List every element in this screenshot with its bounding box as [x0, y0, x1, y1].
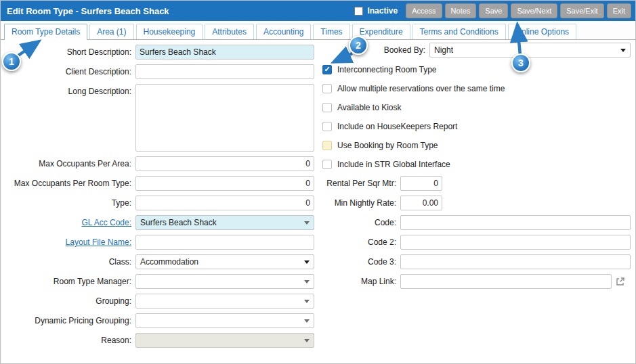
inactive-label: Inactive [367, 6, 398, 16]
min-nightly-rate-label: Min Nightly Rate: [319, 196, 400, 210]
tabstrip: Room Type Details Area (1) Housekeeping … [1, 21, 635, 40]
class-value: Accommodation [140, 257, 198, 267]
code3-label: Code 3: [319, 254, 400, 269]
save-next-button[interactable]: Save/Next [511, 3, 557, 18]
available-to-kiosk-label: Available to Kiosk [337, 103, 402, 112]
window-title: Edit Room Type - Surfers Beach Shack [7, 6, 169, 16]
multiple-reservations-row[interactable]: ✓ Allow multiple reservations over the s… [319, 83, 636, 93]
grouping-select[interactable] [135, 294, 314, 309]
callout-2: 2 [349, 36, 368, 55]
chevron-down-icon [620, 49, 626, 52]
tab-attributes[interactable]: Attributes [205, 24, 254, 39]
multiple-reservations-label: Allow multiple reservations over the sam… [337, 84, 505, 93]
dynamic-pricing-grouping-label: Dynamic Pricing Grouping: [1, 313, 135, 328]
reason-select[interactable] [135, 333, 314, 348]
type-input[interactable] [135, 196, 314, 210]
callout-1: 1 [2, 52, 21, 71]
housekeepers-report-checkbox[interactable]: ✓ [322, 122, 332, 131]
tab-online-options[interactable]: Online Options [508, 24, 576, 39]
chevron-down-icon [304, 260, 310, 264]
booked-by-select[interactable]: Night [429, 43, 631, 58]
available-to-kiosk-row[interactable]: ✓ Available to Kiosk [319, 102, 636, 112]
long-description-label: Long Description: [1, 84, 135, 99]
save-exit-button[interactable]: Save/Exit [560, 3, 603, 18]
code-label: Code: [319, 215, 400, 230]
short-description-input[interactable] [135, 45, 314, 60]
class-select[interactable]: Accommodation [135, 254, 314, 269]
rental-per-sqr-mtr-input[interactable] [400, 176, 442, 191]
code-input[interactable] [400, 215, 631, 230]
gl-acc-code-link[interactable]: GL Acc Code: [81, 218, 131, 227]
chevron-down-icon [304, 221, 310, 225]
interconnecting-room-type-checkbox[interactable]: ✓ [322, 65, 332, 74]
booking-by-room-type-checkbox[interactable]: ✓ [322, 141, 332, 150]
max-occupants-per-area-input[interactable] [135, 156, 314, 171]
str-global-interface-label: Include in STR Global Interface [337, 160, 450, 169]
booking-by-room-type-label: Use Booking by Room Type [337, 141, 438, 150]
reason-label: Reason: [1, 333, 135, 348]
external-link-icon[interactable] [616, 277, 625, 286]
grouping-label: Grouping: [1, 294, 135, 309]
tab-room-type-details[interactable]: Room Type Details [4, 24, 87, 39]
tab-area[interactable]: Area (1) [89, 24, 133, 39]
map-link-input[interactable] [400, 274, 612, 289]
booked-by-value: Night [434, 45, 453, 55]
class-label: Class: [1, 254, 135, 269]
tab-terms-and-conditions[interactable]: Terms and Conditions [412, 24, 506, 39]
form-right-column: Booked By: Night ✓ Interconnecting Room … [319, 43, 636, 289]
client-description-label: Client Description: [1, 64, 135, 79]
available-to-kiosk-checkbox[interactable]: ✓ [322, 103, 332, 112]
booked-by-label: Booked By: [319, 43, 429, 58]
booking-by-room-type-row[interactable]: ✓ Use Booking by Room Type [319, 140, 636, 150]
titlebar-actions: Inactive Access Notes Save Save/Next Sav… [354, 3, 631, 18]
str-global-interface-row[interactable]: ✓ Include in STR Global Interface [319, 159, 636, 169]
layout-file-name-input[interactable] [135, 235, 314, 250]
str-global-interface-checkbox[interactable]: ✓ [322, 160, 332, 169]
chevron-down-icon [304, 300, 310, 303]
room-type-manager-select[interactable] [135, 274, 314, 289]
code2-label: Code 2: [319, 235, 400, 250]
chevron-down-icon [304, 339, 310, 342]
check-icon: ✓ [324, 66, 330, 73]
rental-per-sqr-mtr-label: Rental Per Sqr Mtr: [319, 176, 400, 191]
housekeepers-report-label: Include on HouseKeepers Report [337, 122, 457, 131]
tab-housekeeping[interactable]: Housekeeping [136, 24, 203, 39]
callout-3: 3 [511, 53, 530, 72]
form-left-column: Short Description: Client Description: L… [1, 45, 317, 348]
inactive-toggle[interactable]: Inactive [354, 6, 398, 16]
interconnecting-room-type-label: Interconnecting Room Type [337, 65, 437, 74]
room-type-manager-label: Room Type Manager: [1, 274, 135, 289]
max-occupants-per-room-type-label: Max Occupants Per Room Type: [1, 176, 135, 191]
titlebar: Edit Room Type - Surfers Beach Shack Ina… [1, 1, 635, 21]
map-link-label: Map Link: [319, 274, 400, 289]
notes-button[interactable]: Notes [445, 3, 477, 18]
tab-accounting[interactable]: Accounting [256, 24, 311, 39]
code2-input[interactable] [400, 235, 631, 250]
room-type-details-form: Short Description: Client Description: L… [1, 40, 635, 363]
exit-button[interactable]: Exit [607, 3, 631, 18]
max-occupants-per-area-label: Max Occupants Per Area: [1, 156, 135, 171]
code3-input[interactable] [400, 254, 631, 269]
long-description-textarea[interactable] [135, 84, 314, 152]
housekeepers-report-row[interactable]: ✓ Include on HouseKeepers Report [319, 121, 636, 131]
min-nightly-rate-input[interactable] [400, 196, 442, 210]
save-button[interactable]: Save [479, 3, 508, 18]
edit-room-type-window: Edit Room Type - Surfers Beach Shack Ina… [0, 0, 636, 364]
short-description-label: Short Description: [1, 45, 135, 60]
interconnecting-room-type-row[interactable]: ✓ Interconnecting Room Type [319, 64, 636, 74]
access-button[interactable]: Access [406, 3, 442, 18]
chevron-down-icon [304, 280, 310, 283]
tab-times[interactable]: Times [313, 24, 349, 39]
gl-acc-code-value: Surfers Beach Shack [140, 218, 217, 227]
type-label: Type: [1, 196, 135, 210]
client-description-input[interactable] [135, 64, 314, 79]
dynamic-pricing-grouping-select[interactable] [135, 313, 314, 328]
multiple-reservations-checkbox[interactable]: ✓ [322, 84, 332, 93]
gl-acc-code-select[interactable]: Surfers Beach Shack [135, 215, 314, 230]
inactive-checkbox[interactable] [354, 7, 363, 16]
max-occupants-per-room-type-input[interactable] [135, 176, 314, 191]
chevron-down-icon [304, 319, 310, 323]
layout-file-name-link[interactable]: Layout File Name: [66, 237, 131, 247]
